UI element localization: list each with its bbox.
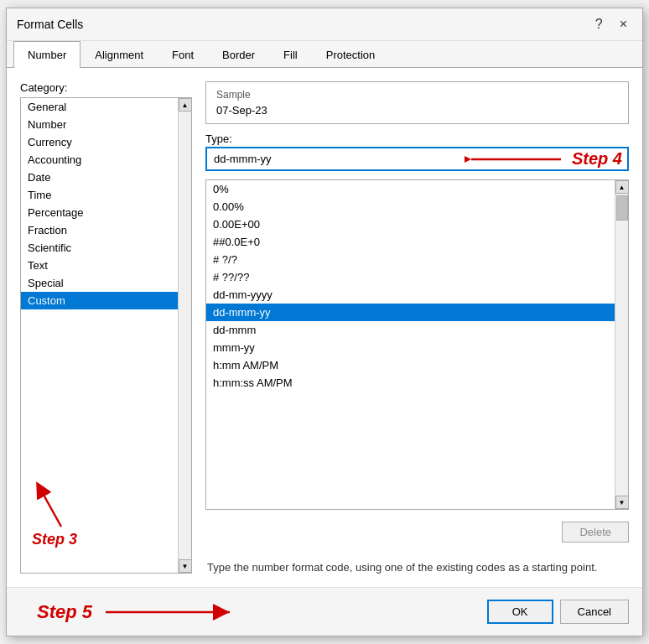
tab-fill[interactable]: Fill — [269, 41, 312, 68]
list-item[interactable]: Percentage — [21, 204, 178, 221]
format-scrollbar-up[interactable]: ▲ — [615, 180, 629, 194]
scrollbar-up-arrow[interactable]: ▲ — [179, 98, 192, 112]
list-item[interactable]: 0% — [206, 180, 615, 198]
sample-value: 07-Sep-23 — [216, 104, 618, 117]
tab-bar: Number Alignment Font Border Fill Protec… — [7, 41, 642, 68]
format-scrollbar-thumb[interactable] — [616, 195, 628, 221]
list-item[interactable]: Date — [21, 169, 178, 186]
titlebar: Format Cells ? × — [7, 8, 642, 41]
description-text: Type the number format code, using one o… — [205, 561, 629, 574]
list-item[interactable]: General — [21, 98, 178, 116]
format-scrollbar[interactable]: ▲ ▼ — [615, 180, 628, 509]
list-item[interactable]: mmm-yy — [206, 339, 615, 356]
list-item[interactable]: Text — [21, 257, 178, 274]
list-item-custom[interactable]: Custom — [21, 292, 178, 309]
list-item[interactable]: h:mm AM/PM — [206, 356, 615, 374]
tab-number[interactable]: Number — [13, 41, 80, 68]
close-button[interactable]: × — [615, 15, 632, 34]
list-item[interactable]: Currency — [21, 133, 178, 151]
format-listbox[interactable]: 0% 0.00% 0.00E+00 ##0.0E+0 # ?/? # ??/??… — [206, 180, 615, 509]
titlebar-controls: ? × — [590, 15, 632, 34]
delete-row: Delete — [205, 522, 629, 543]
dialog-title: Format Cells — [17, 18, 83, 31]
list-item[interactable]: Scientific — [21, 239, 178, 257]
step5-arrow-svg — [102, 600, 236, 624]
type-label: Type: — [205, 132, 629, 145]
list-item[interactable]: Special — [21, 274, 178, 292]
tab-protection[interactable]: Protection — [312, 41, 390, 68]
bottom-bar: Step 5 OK Cancel — [7, 587, 642, 636]
step5-label: Step 5 — [37, 601, 92, 623]
sample-label: Sample — [216, 89, 618, 101]
help-button[interactable]: ? — [590, 15, 608, 34]
tab-content: Category: General Number Currency Accoun… — [7, 68, 642, 587]
list-item[interactable]: Number — [21, 116, 178, 133]
list-item[interactable]: 0.00% — [206, 198, 615, 216]
category-label: Category: — [20, 81, 192, 94]
list-item[interactable]: dd-mm-yyyy — [206, 286, 615, 304]
step5-row: Step 5 — [20, 600, 487, 624]
delete-button[interactable]: Delete — [562, 522, 629, 543]
tab-alignment[interactable]: Alignment — [80, 41, 158, 68]
list-item[interactable]: h:mm:ss AM/PM — [206, 374, 615, 392]
list-item[interactable]: # ??/?? — [206, 268, 615, 286]
list-item[interactable]: Time — [21, 186, 178, 204]
type-row: Type: — [205, 132, 629, 171]
format-list-container: 0% 0.00% 0.00E+00 ##0.0E+0 # ?/? # ??/??… — [205, 179, 629, 510]
category-section: Category: General Number Currency Accoun… — [20, 81, 192, 574]
ok-cancel-row: OK Cancel — [487, 600, 629, 624]
category-listbox[interactable]: General Number Currency Accounting Date … — [21, 98, 178, 573]
list-item[interactable]: Fraction — [21, 221, 178, 239]
category-wrapper: General Number Currency Accounting Date … — [20, 97, 192, 574]
category-scrollbar[interactable]: ▲ ▼ — [178, 98, 191, 573]
scrollbar-down-arrow[interactable]: ▼ — [179, 559, 192, 573]
list-item[interactable]: # ?/? — [206, 251, 615, 268]
ok-button[interactable]: OK — [487, 600, 553, 624]
type-input[interactable] — [205, 147, 629, 171]
tab-border[interactable]: Border — [208, 41, 269, 68]
list-item[interactable]: dd-mmm — [206, 321, 615, 339]
format-scrollbar-down[interactable]: ▼ — [615, 496, 629, 509]
right-section: Sample 07-Sep-23 Type: — [205, 81, 629, 574]
list-item[interactable]: Accounting — [21, 151, 178, 169]
list-item-selected[interactable]: dd-mmm-yy — [206, 304, 615, 321]
sample-box: Sample 07-Sep-23 — [205, 81, 629, 124]
format-cells-dialog: Format Cells ? × Number Alignment Font B… — [6, 8, 643, 636]
cancel-button[interactable]: Cancel — [560, 600, 629, 624]
list-item[interactable]: ##0.0E+0 — [206, 233, 615, 251]
tab-font[interactable]: Font — [158, 41, 208, 68]
category-listbox-container: General Number Currency Accounting Date … — [20, 97, 192, 574]
list-item[interactable]: 0.00E+00 — [206, 216, 615, 233]
main-row: Category: General Number Currency Accoun… — [20, 81, 629, 574]
